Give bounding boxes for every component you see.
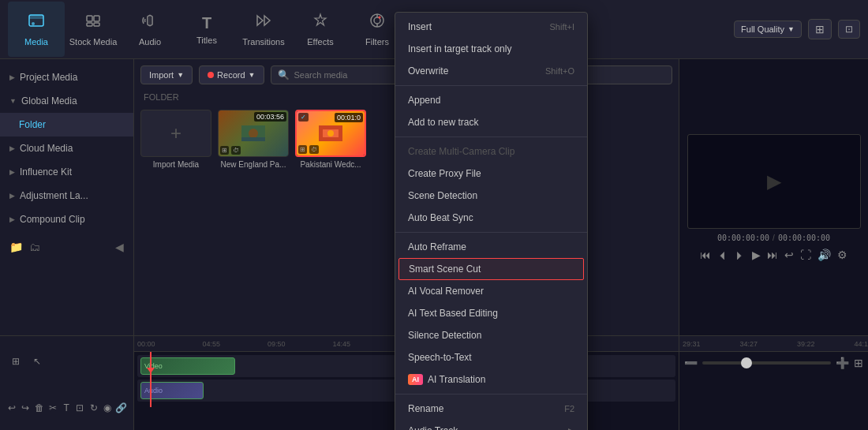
- loop-btn[interactable]: ↩: [784, 249, 794, 261]
- pk-duration: 00:01:0: [335, 113, 363, 122]
- menu-item-create-proxy[interactable]: Create Proxy File: [395, 163, 587, 185]
- svg-marker-9: [264, 16, 270, 25]
- ai-translation-badge: AI: [408, 374, 423, 385]
- timeline-right: 29:31 34:27 39:22 44:17 ➖ ➕ ⊞: [679, 336, 868, 430]
- menu-item-silence-detection-label: Silence Detection: [408, 330, 481, 341]
- menu-item-overwrite[interactable]: Overwrite Shift+O: [395, 60, 587, 82]
- cut-btn[interactable]: ✂: [47, 398, 58, 417]
- media-icon: [28, 12, 45, 34]
- link-btn[interactable]: 🔗: [115, 398, 127, 417]
- fullscreen-btn[interactable]: ⛶: [800, 249, 811, 261]
- track-clip-1[interactable]: Video: [140, 357, 235, 375]
- settings-btn[interactable]: ⚙: [837, 249, 847, 261]
- undo-btn[interactable]: ↩: [6, 398, 17, 417]
- menu-item-rename-label: Rename: [408, 403, 443, 414]
- preview-timecode-bar: 00:00:00:00 / 00:00:00:00: [717, 234, 830, 242]
- menu-item-create-multi-label: Create Multi-Camera Clip: [408, 146, 514, 157]
- sidebar-item-adjustment-label: Adjustment La...: [20, 190, 88, 201]
- zoom-in-btn[interactable]: ➕: [836, 357, 849, 369]
- timecode-separator: /: [773, 234, 775, 242]
- mark-out-btn[interactable]: ⏵: [735, 249, 746, 261]
- collapse-icon[interactable]: ◀: [115, 241, 124, 253]
- menu-item-add-track[interactable]: Add to new track: [395, 111, 587, 133]
- menu-item-smart-scene-cut[interactable]: Smart Scene Cut: [398, 258, 584, 280]
- menu-item-overwrite-label: Overwrite: [408, 65, 448, 77]
- folder-icon[interactable]: 🗂: [29, 241, 40, 253]
- add-track-btn[interactable]: ⊞: [6, 352, 25, 371]
- volume-btn[interactable]: 🔊: [817, 249, 831, 261]
- menu-item-speech-to-text[interactable]: Speech-to-Text: [395, 346, 587, 368]
- menu-item-audio-track[interactable]: Audio Track ▶: [395, 420, 587, 430]
- expand-btn[interactable]: ⊡: [838, 20, 860, 39]
- menu-item-insert-target[interactable]: Insert in target track only: [395, 38, 587, 60]
- quality-dropdown[interactable]: Full Quality ▼: [734, 21, 802, 38]
- media-thumb-import[interactable]: + Import Media: [140, 110, 211, 169]
- toolbar-btn-media[interactable]: Media: [8, 2, 65, 57]
- media-thumb-pk[interactable]: 00:01:0 ⊞ ⏱ ✓ Pakistani Wedc...: [295, 110, 366, 169]
- delete-btn[interactable]: 🗑: [34, 398, 45, 417]
- color-btn[interactable]: ◉: [102, 398, 113, 417]
- toolbar-btn-stock[interactable]: Stock Media: [65, 2, 122, 57]
- prev-frame-btn[interactable]: ⏮: [700, 249, 711, 261]
- svg-point-2: [32, 22, 35, 25]
- sidebar-item-global-media[interactable]: ▼ Global Media: [0, 89, 133, 113]
- media-label: Media: [24, 37, 48, 47]
- arrow-icon: ▶: [9, 73, 15, 81]
- svg-rect-1: [29, 15, 43, 19]
- menu-item-ai-translation[interactable]: AI AI Translation: [395, 368, 587, 391]
- sidebar-item-cloud-media[interactable]: ▶ Cloud Media: [0, 136, 133, 160]
- menu-item-scene-detection[interactable]: Scene Detection: [395, 185, 587, 207]
- playhead: [150, 352, 152, 407]
- svg-rect-5: [87, 23, 92, 26]
- plus-icon: +: [170, 122, 181, 144]
- crop-btn[interactable]: ⊡: [74, 398, 85, 417]
- ne-duration: 00:03:56: [254, 112, 286, 122]
- svg-marker-8: [257, 16, 263, 25]
- add-folder-icon[interactable]: 📁: [9, 241, 23, 253]
- next-frame-btn[interactable]: ⏭: [767, 249, 778, 261]
- menu-item-ai-text-label: AI Text Based Editing: [408, 308, 498, 319]
- menu-item-ai-text[interactable]: AI Text Based Editing: [395, 302, 587, 324]
- menu-item-silence-detection[interactable]: Silence Detection: [395, 324, 587, 346]
- menu-item-append[interactable]: Append: [395, 89, 587, 111]
- pk-thumb-box[interactable]: 00:01:0 ⊞ ⏱ ✓: [295, 110, 366, 157]
- menu-item-overwrite-shortcut: Shift+O: [545, 66, 574, 76]
- right-ruler-mark-0: 29:31: [683, 340, 701, 348]
- sidebar-item-adjustment-la[interactable]: ▶ Adjustment La...: [0, 184, 133, 208]
- timeline-right-ruler: 29:31 34:27 39:22 44:17: [679, 336, 868, 352]
- ne-thumb-box[interactable]: 00:03:56 ⊞ ⏱: [218, 110, 289, 157]
- menu-item-rename-shortcut: F2: [564, 404, 574, 413]
- menu-item-rename[interactable]: Rename F2: [395, 398, 587, 420]
- grid-view-btn[interactable]: ⊞: [808, 19, 832, 39]
- menu-item-ai-vocal[interactable]: AI Vocal Remover: [395, 280, 587, 302]
- menu-item-insert[interactable]: Insert Shift+I: [395, 16, 587, 38]
- import-btn[interactable]: Import ▼: [140, 65, 193, 84]
- import-media-box[interactable]: +: [140, 110, 211, 157]
- menu-item-auto-beat-sync[interactable]: Auto Beat Sync: [395, 207, 587, 229]
- sidebar-item-project-media[interactable]: ▶ Project Media: [0, 65, 133, 89]
- play-btn[interactable]: ▶: [752, 249, 761, 261]
- text-btn[interactable]: T: [61, 398, 72, 417]
- sidebar-item-folder[interactable]: Folder: [0, 113, 133, 136]
- record-btn[interactable]: Record ▼: [199, 65, 264, 84]
- zoom-out-btn[interactable]: ➖: [684, 357, 698, 369]
- zoom-slider-thumb[interactable]: [741, 357, 752, 368]
- sidebar-item-influence-kit[interactable]: ▶ Influence Kit: [0, 160, 133, 184]
- toolbar-btn-effects[interactable]: Effects: [292, 2, 349, 57]
- preview-area: ▶ 00:00:00:00 / 00:00:00:00 ⏮ ⏴ ⏵ ▶ ⏭ ↩ …: [679, 59, 868, 335]
- record-dot-icon: [208, 72, 214, 78]
- sidebar-item-compound-clip[interactable]: ▶ Compound Clip: [0, 208, 133, 231]
- toolbar-btn-transitions[interactable]: Transitions: [235, 2, 292, 57]
- menu-item-auto-reframe[interactable]: Auto Reframe: [395, 236, 587, 258]
- rotate-btn[interactable]: ↻: [88, 398, 99, 417]
- toolbar-btn-titles[interactable]: T Titles: [178, 2, 235, 57]
- preview-viewport: ▶: [687, 134, 861, 229]
- select-tool-btn[interactable]: ↖: [28, 352, 47, 371]
- toolbar-btn-audio[interactable]: Audio: [122, 2, 178, 57]
- menu-item-insert-target-label: Insert in target track only: [408, 43, 511, 54]
- redo-btn[interactable]: ↪: [20, 398, 31, 417]
- mark-in-btn[interactable]: ⏴: [717, 249, 728, 261]
- menu-item-insert-label: Insert: [408, 21, 432, 32]
- fit-btn[interactable]: ⊞: [854, 357, 863, 369]
- media-thumb-ne[interactable]: 00:03:56 ⊞ ⏱ New England Pa...: [218, 110, 289, 169]
